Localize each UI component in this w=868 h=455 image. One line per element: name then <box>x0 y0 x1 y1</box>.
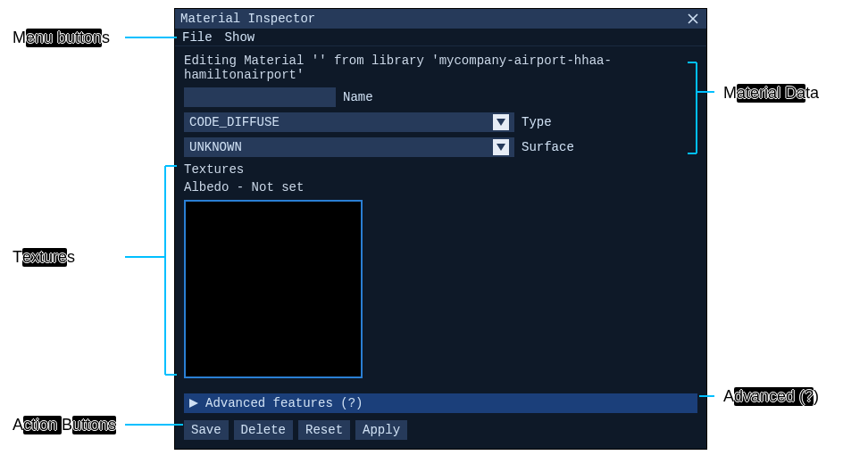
chevron-down-icon <box>493 114 509 130</box>
callout-actions: Action Buttons <box>13 416 116 434</box>
albedo-texture-slot[interactable] <box>184 200 363 378</box>
advanced-features-toggle[interactable]: Advanced features (?) <box>184 393 697 413</box>
editing-material-line: Editing Material '' from library 'mycomp… <box>184 54 697 82</box>
window-title: Material Inspector <box>180 12 685 26</box>
albedo-label: Albedo - Not set <box>184 180 697 194</box>
titlebar: Material Inspector <box>175 9 706 29</box>
type-dropdown-value: CODE_DIFFUSE <box>189 115 280 129</box>
reset-button[interactable]: Reset <box>298 420 350 440</box>
callout-material-data: Material Data <box>723 84 819 103</box>
action-button-row: Save Delete Reset Apply <box>184 420 407 440</box>
callout-textures: Textures <box>13 248 75 267</box>
callout-advanced: Advanced (?) <box>723 387 819 406</box>
surface-dropdown[interactable]: UNKNOWN <box>184 137 514 157</box>
save-button[interactable]: Save <box>184 420 229 440</box>
type-label: Type <box>522 115 552 129</box>
advanced-features-label: Advanced features (?) <box>205 396 363 410</box>
name-input[interactable] <box>184 87 336 107</box>
name-label: Name <box>343 90 373 104</box>
menu-show[interactable]: Show <box>225 30 255 45</box>
surface-label: Surface <box>522 140 574 154</box>
menubar: File Show <box>175 29 706 46</box>
play-icon <box>189 399 198 408</box>
menu-file[interactable]: File <box>182 30 213 45</box>
callout-menus: Menu buttons <box>13 29 110 47</box>
apply-button[interactable]: Apply <box>355 420 407 440</box>
type-dropdown[interactable]: CODE_DIFFUSE <box>184 112 514 132</box>
material-inspector-window: Material Inspector File Show Editing Mat… <box>174 8 707 450</box>
close-icon[interactable] <box>685 11 701 27</box>
chevron-down-icon <box>493 139 509 155</box>
textures-header: Textures <box>184 162 697 177</box>
surface-dropdown-value: UNKNOWN <box>189 140 242 154</box>
delete-button[interactable]: Delete <box>234 420 293 440</box>
